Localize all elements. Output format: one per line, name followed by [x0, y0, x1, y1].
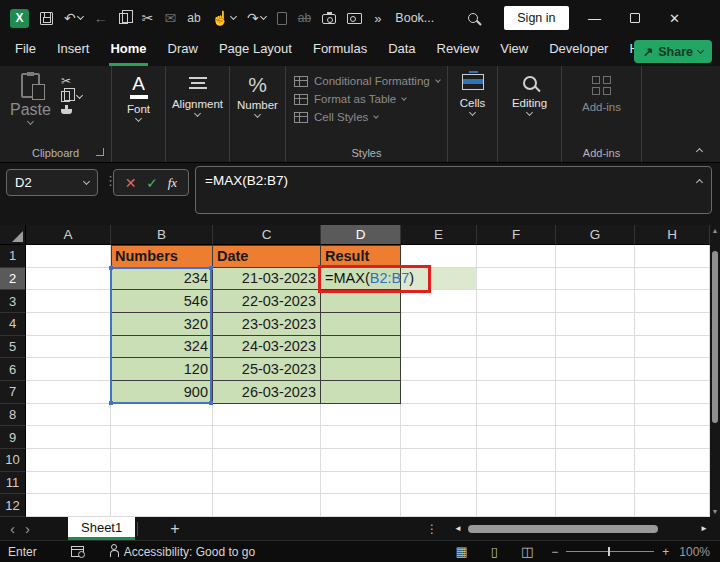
cell-D12[interactable] [321, 494, 401, 517]
column-header-B[interactable]: B [111, 225, 213, 245]
cell-G3[interactable] [556, 290, 635, 313]
conditional-formatting-button[interactable]: Conditional Formatting [294, 75, 447, 87]
cell-G12[interactable] [556, 494, 635, 517]
cell-B6[interactable]: 120 [111, 358, 213, 381]
cell-D9[interactable] [321, 426, 401, 449]
cell-E10[interactable] [401, 449, 477, 472]
tab-data[interactable]: Data [387, 35, 416, 66]
cell-D1[interactable]: Result [321, 245, 401, 268]
cell-A11[interactable] [26, 472, 111, 495]
vertical-scroll-thumb[interactable] [712, 251, 718, 423]
accessibility-status[interactable]: Accessibility: Good to go [124, 545, 255, 559]
sheet-options-icon[interactable]: ⋮ [426, 522, 438, 536]
prev-sheet-icon[interactable]: ‹ [0, 521, 25, 536]
cell-H4[interactable] [635, 313, 710, 336]
tab-formulas[interactable]: Formulas [312, 35, 368, 66]
name-box[interactable]: D2 [6, 169, 98, 196]
lookup-icon[interactable] [347, 13, 362, 24]
cell-H8[interactable] [635, 404, 710, 427]
next-sheet-icon[interactable]: › [25, 521, 40, 536]
cell-E12[interactable] [401, 494, 477, 517]
collapse-ribbon-icon[interactable] [696, 148, 703, 155]
cell-F5[interactable] [477, 336, 556, 359]
tab-review[interactable]: Review [436, 35, 481, 66]
cell-A12[interactable] [26, 494, 111, 517]
cell-G8[interactable] [556, 404, 635, 427]
cell-G10[interactable] [556, 449, 635, 472]
cell-G6[interactable] [556, 358, 635, 381]
cell-G7[interactable] [556, 381, 635, 404]
scroll-right-icon[interactable]: ► [696, 524, 712, 533]
enter-icon[interactable]: ✓ [146, 175, 158, 191]
horizontal-scroll-thumb[interactable] [468, 525, 658, 533]
cell-A1[interactable] [26, 245, 111, 268]
back-icon[interactable]: ← [94, 11, 108, 25]
tab-insert[interactable]: Insert [56, 35, 91, 66]
cell-E7[interactable] [401, 381, 477, 404]
zoom-out-button[interactable]: − [551, 545, 558, 559]
cell-D8[interactable] [321, 404, 401, 427]
scroll-left-icon[interactable]: ◄ [450, 524, 466, 533]
row-header-1[interactable]: 1 [0, 245, 26, 268]
cell-D4[interactable] [321, 313, 401, 336]
minimize-button[interactable]: — [575, 3, 615, 33]
column-header-E[interactable]: E [401, 225, 477, 245]
horizontal-scrollbar[interactable]: ◄ ► [450, 524, 712, 534]
cell-C4[interactable]: 23-03-2023 [213, 313, 321, 336]
column-header-D[interactable]: D [321, 225, 401, 245]
strikethrough-icon[interactable]: ab [298, 12, 311, 24]
cell-A8[interactable] [26, 404, 111, 427]
collapse-formula-bar-icon[interactable] [696, 179, 703, 186]
copy-icon[interactable] [119, 13, 131, 24]
row-header-2[interactable]: 2 [0, 268, 26, 291]
undo-button[interactable]: ↶ [64, 11, 83, 25]
sheet-tab-sheet1[interactable]: Sheet1 [68, 517, 135, 540]
touch-mode-icon[interactable]: ☝ [212, 11, 236, 25]
row-header-7[interactable]: 7 [0, 381, 26, 404]
cell-G1[interactable] [556, 245, 635, 268]
redo-button[interactable]: ↷ [247, 11, 266, 25]
tab-view[interactable]: View [499, 35, 529, 66]
cell-G2[interactable] [556, 268, 635, 291]
cell-H6[interactable] [635, 358, 710, 381]
cell-E9[interactable] [401, 426, 477, 449]
cell-B5[interactable]: 324 [111, 336, 213, 359]
cell-H3[interactable] [635, 290, 710, 313]
cell-F2[interactable] [477, 268, 556, 291]
cell-H11[interactable] [635, 472, 710, 495]
cell-C12[interactable] [213, 494, 321, 517]
row-header-5[interactable]: 5 [0, 336, 26, 359]
cell-D10[interactable] [321, 449, 401, 472]
cell-B1[interactable]: Numbers [111, 245, 213, 268]
cell-A6[interactable] [26, 358, 111, 381]
share-button[interactable]: ↗ Share [634, 40, 712, 63]
cell-C8[interactable] [213, 404, 321, 427]
cell-H2[interactable] [635, 268, 710, 291]
macro-record-icon[interactable] [71, 546, 84, 557]
zoom-slider-thumb[interactable] [608, 547, 610, 556]
cell-H12[interactable] [635, 494, 710, 517]
column-header-H[interactable]: H [635, 225, 710, 245]
cell-C3[interactable]: 22-03-2023 [213, 290, 321, 313]
cell-F11[interactable] [477, 472, 556, 495]
cell-D2[interactable]: =MAX(B2:B7) [321, 268, 401, 291]
cell-C2[interactable]: 21-03-2023 [213, 268, 321, 291]
cell-D3[interactable] [321, 290, 401, 313]
new-file-icon[interactable] [277, 12, 287, 25]
cancel-icon[interactable]: ✕ [125, 175, 137, 191]
cell-B8[interactable] [111, 404, 213, 427]
tab-file[interactable]: File [14, 35, 37, 66]
mail-icon[interactable]: ✉ [164, 11, 176, 25]
cell-D7[interactable] [321, 381, 401, 404]
cell-A5[interactable] [26, 336, 111, 359]
column-header-A[interactable]: A [26, 225, 111, 245]
cell-C11[interactable] [213, 472, 321, 495]
font-button[interactable]: A Font [112, 66, 165, 162]
cells-button[interactable]: Cells [448, 66, 497, 162]
scroll-down-icon[interactable]: ▼ [710, 508, 720, 515]
formula-input[interactable]: =MAX(B2:B7) [195, 166, 712, 214]
cell-D5[interactable] [321, 336, 401, 359]
toolbar-overflow-button[interactable]: » [374, 11, 381, 26]
scroll-up-icon[interactable]: ▲ [710, 227, 720, 234]
close-button[interactable]: ✕ [655, 3, 695, 33]
